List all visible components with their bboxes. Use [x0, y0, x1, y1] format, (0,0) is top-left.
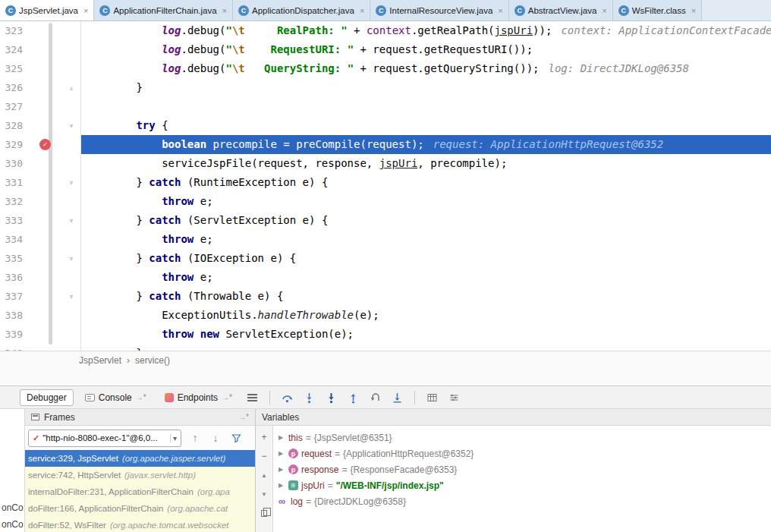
remove-icon[interactable]: −	[258, 451, 270, 461]
line-number[interactable]: 335	[0, 249, 26, 268]
drop-frame-icon[interactable]	[367, 389, 384, 406]
close-icon[interactable]: ×	[222, 6, 227, 15]
menu-icon[interactable]	[244, 389, 261, 406]
breadcrumb-item[interactable]: service()	[135, 355, 170, 366]
step-out-icon[interactable]	[345, 389, 362, 406]
move-down-icon[interactable]: ▼	[258, 489, 270, 499]
fold-marker-icon[interactable]: ▿	[62, 211, 80, 230]
frame-row[interactable]: internalDoFilter:231, ApplicationFilterC…	[25, 483, 255, 500]
code-editor[interactable]: 323 log.debug("\t RealPath: " + context.…	[0, 21, 771, 351]
line-number[interactable]: 326	[0, 78, 26, 97]
code-token: new	[200, 328, 219, 340]
frame-row[interactable]: doFilter:52, WsFilter(org.apache.tomcat.…	[25, 517, 255, 532]
variable-row[interactable]: ▶≡jspUri = "/WEB-INF/jsp/index.jsp"	[273, 477, 771, 493]
line-number[interactable]: 323	[0, 21, 26, 40]
table-view-icon[interactable]	[423, 389, 441, 406]
line-number[interactable]: 330	[0, 154, 26, 173]
expand-chevron-icon[interactable]: ▶	[276, 450, 285, 457]
line-number[interactable]: 333	[0, 211, 26, 230]
next-frame-button[interactable]: ↓	[209, 430, 222, 445]
editor-tab[interactable]: CApplicationFilterChain.java×	[94, 0, 233, 20]
code-area[interactable]: log.debug("\t RequestURI: " + request.ge…	[80, 40, 771, 59]
line-number[interactable]: 337	[0, 287, 26, 306]
code-area[interactable]	[80, 97, 771, 116]
code-area[interactable]: throw e;	[80, 268, 771, 287]
force-step-into-icon[interactable]	[323, 389, 340, 406]
chevron-down-icon[interactable]: ▾	[170, 434, 179, 442]
code-area[interactable]: ExceptionUtils.handleThrowable(e);	[80, 306, 771, 325]
code-area[interactable]: throw e;	[80, 230, 771, 249]
code-area[interactable]: log.debug("\t QueryString: " + request.g…	[80, 59, 771, 78]
run-to-cursor-icon[interactable]	[389, 389, 406, 406]
code-area[interactable]: serviceJspFile(request, response, jspUri…	[80, 154, 771, 173]
editor-tab[interactable]: CJspServlet.java×	[0, 0, 94, 20]
add-icon[interactable]: +	[258, 432, 270, 442]
fold-marker-icon[interactable]: ▿	[62, 287, 80, 306]
layout-lines-icon[interactable]	[445, 389, 463, 406]
line-number[interactable]: 334	[0, 230, 26, 249]
frame-row[interactable]: doFilter:166, ApplicationFilterChain(org…	[25, 500, 255, 517]
debug-tab-debugger[interactable]: Debugger	[20, 389, 74, 406]
gutter-icon-area	[26, 325, 62, 344]
line-number[interactable]: 324	[0, 40, 26, 59]
code-area[interactable]: boolean precompile = preCompile(request)…	[80, 135, 771, 154]
close-icon[interactable]: ×	[498, 6, 502, 15]
line-number[interactable]: 331	[0, 173, 26, 192]
move-up-icon[interactable]: ▲	[258, 470, 270, 480]
step-into-icon[interactable]	[301, 389, 318, 406]
code-area[interactable]: } catch (IOException e) {	[80, 249, 771, 268]
previous-frame-button[interactable]: ↑	[188, 430, 202, 445]
fold-marker-icon[interactable]: ▵	[62, 78, 80, 97]
code-area[interactable]: }	[80, 344, 771, 351]
fold-marker-icon[interactable]: ▿	[62, 173, 80, 192]
editor-tab[interactable]: CApplicationDispatcher.java×	[233, 0, 370, 20]
variable-row[interactable]: ▶this = {JspServlet@6351}	[273, 430, 771, 445]
hide-library-frames-button[interactable]	[229, 430, 243, 445]
code-area[interactable]: log.debug("\t RealPath: " + context.getR…	[80, 21, 771, 40]
fold-marker-icon[interactable]: ▿	[62, 116, 80, 135]
thread-selector[interactable]: ✓ "http-nio-8080-exec-1"@6,0... ▾	[28, 430, 181, 447]
line-number[interactable]: 336	[0, 268, 26, 287]
line-number[interactable]: 332	[0, 192, 26, 211]
breadcrumb-item[interactable]: JspServlet	[79, 355, 121, 366]
code-area[interactable]: }	[80, 78, 771, 97]
code-area[interactable]: try {	[80, 116, 771, 135]
variable-row[interactable]: ▶prequest = {ApplicationHttpRequest@6352…	[273, 445, 771, 461]
step-over-icon[interactable]	[279, 389, 296, 406]
code-token: e;	[194, 233, 212, 245]
line-number[interactable]: 329	[0, 135, 26, 154]
code-area[interactable]: } catch (ServletException e) {	[80, 211, 771, 230]
line-number[interactable]: 339	[0, 325, 26, 344]
expand-chevron-icon[interactable]: ▶	[276, 434, 285, 441]
code-token: "	[225, 43, 231, 55]
line-number[interactable]: 328	[0, 116, 26, 135]
line-number[interactable]: 327	[0, 97, 26, 116]
expand-chevron-icon[interactable]: ▶	[276, 482, 285, 489]
variable-row[interactable]: ∞log = {DirectJDKLog@6358}	[273, 493, 771, 509]
duplicate-icon[interactable]	[258, 508, 270, 518]
frame-row[interactable]: service:742, HttpServlet(javax.servlet.h…	[25, 467, 255, 483]
editor-tab[interactable]: CInternalResourceView.java×	[370, 0, 508, 20]
debug-tab-console[interactable]: Console→*	[78, 389, 153, 406]
close-icon[interactable]: ×	[602, 6, 606, 15]
expand-chevron-icon[interactable]: ▶	[276, 466, 285, 473]
line-number[interactable]: 338	[0, 306, 26, 325]
close-icon[interactable]: ×	[360, 6, 364, 15]
code-area[interactable]: } catch (Throwable e) {	[80, 287, 771, 306]
code-area[interactable]: throw e;	[80, 192, 771, 211]
line-number[interactable]: 340	[0, 344, 26, 351]
line-number[interactable]: 325	[0, 59, 26, 78]
code-area[interactable]: } catch (RuntimeException e) {	[80, 173, 771, 192]
fold-marker-icon[interactable]: ▿	[62, 249, 80, 268]
variable-row[interactable]: ▶presponse = {ResponseFacade@6353}	[273, 461, 771, 477]
debug-tab-endpoints[interactable]: Endpoints→*	[158, 389, 239, 406]
fold-gutter	[62, 40, 80, 59]
frame-row[interactable]: service:329, JspServlet(org.apache.jaspe…	[25, 450, 255, 467]
editor-tab[interactable]: CWsFilter.class×	[613, 0, 702, 20]
breakpoint-icon[interactable]: ✓	[39, 139, 51, 150]
editor-tab[interactable]: CAbstractView.java×	[509, 0, 613, 20]
code-text: ExceptionUtils.handleThrowable(e);	[80, 306, 379, 325]
close-icon[interactable]: ×	[83, 6, 88, 15]
close-icon[interactable]: ×	[691, 6, 696, 15]
code-area[interactable]: throw new ServletException(e);	[80, 325, 771, 344]
